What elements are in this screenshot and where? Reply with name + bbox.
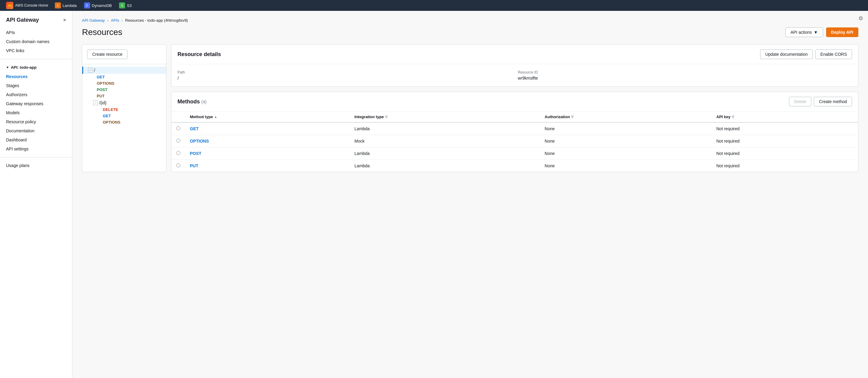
row-3-select <box>172 148 185 160</box>
col-api-key[interactable]: API key ▽ <box>712 112 858 122</box>
options-method-link[interactable]: OPTIONS <box>190 139 209 144</box>
delete-method-button[interactable]: Delete <box>789 97 811 106</box>
resource-tree-content: − / GET OPTIONS POST PUT − /{id} DELETE <box>82 64 166 128</box>
table-row: OPTIONS Mock None Not required <box>172 135 858 148</box>
sidebar-item-resource-policy[interactable]: Resource policy <box>0 117 72 126</box>
row-4-radio[interactable] <box>176 163 180 167</box>
expand-icon-id: − <box>93 100 98 105</box>
sidebar-item-stages[interactable]: Stages <box>0 81 72 90</box>
methods-title: Methods (4) <box>178 99 207 104</box>
deploy-api-button[interactable]: Deploy API <box>826 27 858 37</box>
sidebar-divider-2 <box>0 157 72 157</box>
sidebar-item-api-settings[interactable]: API settings <box>0 145 72 153</box>
row-4-api-key: Not required <box>712 160 858 172</box>
method-item-id-get[interactable]: GET <box>82 113 166 119</box>
row-1-authorization: None <box>540 122 712 135</box>
row-3-authorization: None <box>540 148 712 160</box>
resource-details-actions: Update documentation Enable CORS <box>760 50 852 59</box>
breadcrumb-sep-1: › <box>107 19 108 23</box>
resource-details-card: Resource details Update documentation En… <box>171 44 858 87</box>
sidebar-api-section: ▼ API: todo-app <box>0 63 72 72</box>
id-path-label: /{id} <box>99 100 106 105</box>
method-item-root-options[interactable]: OPTIONS <box>82 80 166 87</box>
sidebar-item-gateway-responses[interactable]: Gateway responses <box>0 99 72 108</box>
sidebar-item-dashboard[interactable]: Dashboard <box>0 135 72 145</box>
sidebar-item-vpc-links[interactable]: VPC links <box>0 46 72 55</box>
sidebar-title-container: API Gateway × <box>0 17 72 28</box>
update-documentation-button[interactable]: Update documentation <box>760 50 813 59</box>
put-method-link[interactable]: PUT <box>190 163 198 168</box>
row-4-select <box>172 160 185 172</box>
sidebar-item-documentation[interactable]: Documentation <box>0 126 72 135</box>
row-1-radio[interactable] <box>176 126 180 130</box>
row-3-method: POST <box>185 148 350 160</box>
page-title: Resources <box>82 27 122 37</box>
methods-card: Methods (4) Delete Create method <box>171 92 858 172</box>
expand-icon-root: − <box>88 68 93 73</box>
table-row: GET Lambda None Not required <box>172 122 858 135</box>
sidebar-title: API Gateway <box>6 17 39 23</box>
path-value: / <box>178 76 512 81</box>
resource-item-id[interactable]: − /{id} <box>82 99 166 106</box>
methods-table-body: GET Lambda None Not required <box>172 122 858 172</box>
resource-details-header: Resource details Update documentation En… <box>172 44 858 64</box>
content-panels: Create resource − / GET OPTIONS POST PUT <box>82 44 858 172</box>
col-authorization[interactable]: Authorization ▽ <box>540 112 712 122</box>
s3-label: S3 <box>127 3 132 8</box>
s3-nav-btn[interactable]: S S3 <box>116 1 135 10</box>
row-2-api-key: Not required <box>712 135 858 148</box>
sidebar-item-usage-plans[interactable]: Usage plans <box>0 161 72 170</box>
breadcrumb-api-gateway[interactable]: API Gateway <box>82 18 105 23</box>
methods-table-head: Method type ▲ Integration type ▽ <box>172 112 858 122</box>
dynamodb-nav-btn[interactable]: D DynamoDB <box>81 1 115 10</box>
breadcrumb-apis[interactable]: APIs <box>111 18 119 23</box>
col-integration-type[interactable]: Integration type ▽ <box>350 112 540 122</box>
settings-icon[interactable]: ⚙ <box>858 15 863 22</box>
sidebar-close-button[interactable]: × <box>63 18 66 23</box>
row-3-api-key: Not required <box>712 148 858 160</box>
root-path-label: / <box>94 68 95 73</box>
sidebar: API Gateway × APIs Custom domain names V… <box>0 11 72 378</box>
page-header: Resources API actions ▼ Deploy API <box>82 27 858 37</box>
methods-title-group: Methods (4) <box>178 99 207 105</box>
api-actions-button[interactable]: API actions ▼ <box>785 27 823 37</box>
sidebar-item-resources[interactable]: Resources <box>0 72 72 81</box>
method-item-root-post[interactable]: POST <box>82 87 166 93</box>
table-row: PUT Lambda None Not required <box>172 160 858 172</box>
col-method-type[interactable]: Method type ▲ <box>185 112 350 122</box>
breadcrumb-sep-2: › <box>121 19 123 23</box>
sidebar-item-custom-domain-names[interactable]: Custom domain names <box>0 37 72 46</box>
path-label: Path <box>178 70 512 74</box>
row-2-select <box>172 135 185 148</box>
row-2-radio[interactable] <box>176 139 180 143</box>
get-method-link[interactable]: GET <box>190 126 198 131</box>
enable-cors-button[interactable]: Enable CORS <box>815 50 852 59</box>
sidebar-item-authorizers[interactable]: Authorizers <box>0 90 72 99</box>
row-2-authorization: None <box>540 135 712 148</box>
lambda-nav-btn[interactable]: λ Lambda <box>52 1 80 10</box>
api-section-chevron: ▼ <box>6 66 9 69</box>
method-type-sort-icon: ▲ <box>214 115 217 119</box>
aws-console-home-button[interactable]: AWS Console Home <box>4 1 51 10</box>
sidebar-item-models[interactable]: Models <box>0 108 72 117</box>
row-2-method: OPTIONS <box>185 135 350 148</box>
row-3-radio[interactable] <box>176 151 180 155</box>
row-4-authorization: None <box>540 160 712 172</box>
resource-tree-header: Create resource <box>82 44 166 64</box>
method-item-root-get[interactable]: GET <box>82 74 166 80</box>
main-content: API Gateway › APIs › Resources - todo-ap… <box>72 11 868 378</box>
resource-details-title: Resource details <box>178 51 221 58</box>
sidebar-item-apis[interactable]: APIs <box>0 28 72 37</box>
create-method-button[interactable]: Create method <box>814 97 852 106</box>
s3-icon: S <box>119 2 125 8</box>
resource-details-body: Path / Resource ID wr9kmslfte <box>172 64 858 87</box>
breadcrumb: API Gateway › APIs › Resources - todo-ap… <box>82 18 858 23</box>
method-item-id-delete[interactable]: DELETE <box>82 106 166 113</box>
method-item-id-options[interactable]: OPTIONS <box>82 119 166 125</box>
resource-id-value: wr9kmslfte <box>518 76 852 81</box>
lambda-icon: λ <box>55 2 61 8</box>
resource-item-root[interactable]: − / <box>82 67 166 74</box>
post-method-link[interactable]: POST <box>190 151 201 156</box>
create-resource-button[interactable]: Create resource <box>87 50 127 59</box>
method-item-root-put[interactable]: PUT <box>82 93 166 99</box>
